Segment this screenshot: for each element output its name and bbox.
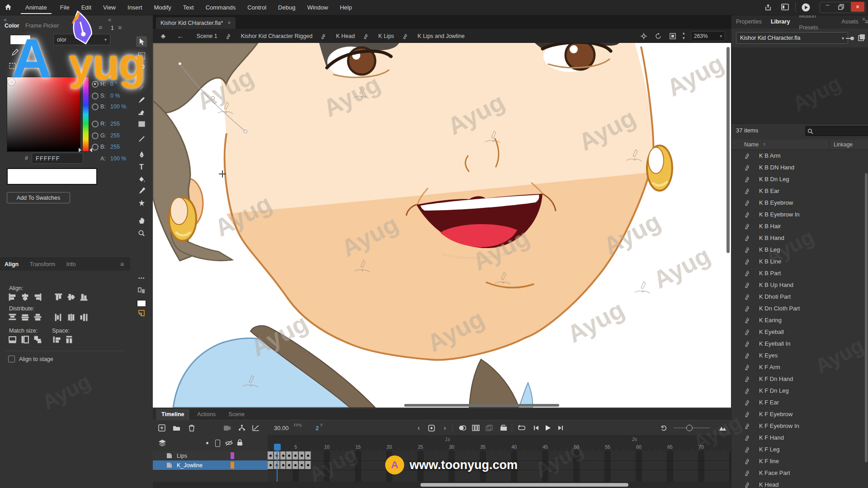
library-item[interactable]: K B Leg <box>731 244 868 255</box>
menu-window[interactable]: Window <box>301 0 334 15</box>
library-item[interactable]: K Eyeball <box>731 326 868 338</box>
test-movie-button[interactable] <box>801 3 811 14</box>
space-vertical-icon[interactable] <box>52 335 61 344</box>
space-horizontal-icon[interactable] <box>65 335 74 344</box>
keyframe-cell[interactable] <box>280 451 286 460</box>
menu-file[interactable]: File <box>54 0 75 15</box>
next-keyframe-icon[interactable]: › <box>439 422 450 433</box>
eraser-tool[interactable] <box>136 107 147 117</box>
library-item[interactable]: K Earing <box>731 314 868 326</box>
library-item[interactable]: K B Eyebrow <box>731 197 868 208</box>
library-document-dropdown[interactable]: Kishor Kid CHaracter.fla ▾ <box>736 32 848 44</box>
menu-help[interactable]: Help <box>334 0 358 15</box>
more-tools-icon[interactable]: ••• <box>136 272 147 283</box>
playhead-marker[interactable] <box>274 444 281 450</box>
color-value-4[interactable]: 255 <box>110 132 128 139</box>
library-item[interactable]: K F Hand <box>731 432 868 443</box>
home-icon[interactable] <box>4 3 12 13</box>
sort-ascending-icon[interactable]: ↑ <box>763 141 766 147</box>
column-linkage[interactable]: Linkage <box>834 141 853 148</box>
color-radio-3[interactable] <box>92 121 99 127</box>
share-icon[interactable] <box>764 3 772 13</box>
outline-column-icon[interactable] <box>215 440 220 447</box>
library-item[interactable]: K Eyes <box>731 349 868 361</box>
highlight-column-icon[interactable] <box>206 442 208 444</box>
menu-insert[interactable]: Insert <box>122 0 148 15</box>
library-item[interactable]: K Eyeball In <box>731 338 868 349</box>
distribute-middle-icon[interactable] <box>21 313 29 322</box>
clip-content-icon[interactable] <box>669 33 676 41</box>
color-selector-ring[interactable] <box>8 79 15 85</box>
timeline-ruler[interactable]: 5101520253035404550556065701s2s <box>268 435 731 451</box>
keyframe-cell[interactable] <box>292 461 298 469</box>
library-item[interactable]: K F Dn Leg <box>731 385 868 396</box>
align-center-horizontal-icon[interactable] <box>21 293 29 301</box>
keyframe-cell[interactable] <box>305 461 311 469</box>
library-item[interactable]: K B Eyebrow In <box>731 208 868 220</box>
align-middle-vertical-icon[interactable] <box>67 293 75 301</box>
keyframe-cell[interactable] <box>268 451 274 460</box>
library-item[interactable]: K B Line <box>731 255 868 267</box>
hue-strip[interactable] <box>82 77 89 152</box>
color-radio-1[interactable] <box>92 93 99 99</box>
menu-debug[interactable]: Debug <box>272 0 301 15</box>
color-panel-menu-icon[interactable]: ≡ <box>99 24 102 31</box>
library-item[interactable]: K F line <box>731 455 868 467</box>
library-item[interactable]: K F Dn Hand <box>731 373 868 385</box>
timeline-horizontal-scrollbar[interactable] <box>420 483 628 487</box>
keyframe-cell[interactable] <box>268 461 274 469</box>
layer-outline-color-chip[interactable] <box>231 452 234 459</box>
menu-text[interactable]: Text <box>177 0 200 15</box>
library-item[interactable]: K F Eyebrow In <box>731 420 868 432</box>
match-both-icon[interactable] <box>33 335 42 344</box>
zoom-stepper[interactable]: ▴▾ <box>683 31 685 41</box>
timeline-layer-Lips[interactable]: Lips <box>153 451 268 461</box>
keyframe-cell[interactable] <box>286 451 292 460</box>
column-name[interactable]: Name <box>744 141 759 148</box>
menu-edit[interactable]: Edit <box>75 0 97 15</box>
library-item[interactable]: K B Arm <box>731 150 868 161</box>
fit-timeline-icon[interactable] <box>717 422 728 433</box>
minimize-button[interactable]: – <box>826 1 829 8</box>
workspace-icon[interactable] <box>781 4 789 12</box>
tab-color[interactable]: Color <box>0 20 24 32</box>
frame-grid[interactable] <box>268 451 731 482</box>
stage-color-swatch[interactable] <box>136 298 147 309</box>
show-graph-button[interactable] <box>250 422 261 433</box>
library-item[interactable]: K B DN Hand <box>731 161 868 173</box>
panel-menu-icon[interactable]: ≡ <box>118 24 122 31</box>
library-item[interactable]: K B Hand <box>731 232 868 244</box>
hand-tool[interactable] <box>136 215 147 226</box>
color-value-6[interactable]: 100 % <box>110 155 128 162</box>
menu-commands[interactable]: Commands <box>200 0 241 15</box>
new-layer-button[interactable] <box>156 422 167 433</box>
camera-button[interactable] <box>222 422 232 433</box>
library-item[interactable]: K B Ear <box>731 185 868 197</box>
timeline-layer-K_Jowline[interactable]: K_Jowline <box>153 460 268 470</box>
canvas-vertical-scrollbar[interactable] <box>726 47 730 253</box>
keyframe-cell[interactable] <box>305 451 311 460</box>
fps-value[interactable]: 30.00 <box>274 425 289 432</box>
marquee-icon[interactable] <box>9 63 16 71</box>
edit-multiple-frames-icon[interactable] <box>484 422 495 433</box>
pen-tool[interactable] <box>136 149 147 160</box>
current-frame-value[interactable]: 2 <box>316 425 319 432</box>
zoom-level-dropdown[interactable]: 263% ▾ <box>691 31 725 41</box>
previous-keyframe-icon[interactable]: ‹ <box>413 422 424 433</box>
color-radio-4[interactable] <box>92 132 99 139</box>
loop-playback-icon[interactable] <box>516 422 527 433</box>
color-value-1[interactable]: 0 % <box>110 93 128 99</box>
tab-align[interactable]: Align <box>0 261 23 267</box>
color-radio-5[interactable] <box>92 144 99 150</box>
library-item[interactable]: K F Leg <box>731 443 868 455</box>
pencil-icon[interactable] <box>11 48 19 58</box>
document-tab[interactable]: Kishor Kid CHaracter.fla* × <box>156 17 236 29</box>
library-item[interactable]: K Dhoti Part <box>731 291 868 302</box>
rotate-view-icon[interactable] <box>655 33 662 41</box>
brush-tool[interactable] <box>136 95 147 106</box>
breadcrumb-1[interactable]: Kishor Kid Character Rigged <box>239 33 314 39</box>
library-item[interactable]: K F Arm <box>731 361 868 373</box>
color-value-2[interactable]: 100 % <box>110 103 128 110</box>
library-item[interactable]: K B Dn Leg <box>731 173 868 185</box>
menu-animate[interactable]: Animate <box>23 0 50 15</box>
